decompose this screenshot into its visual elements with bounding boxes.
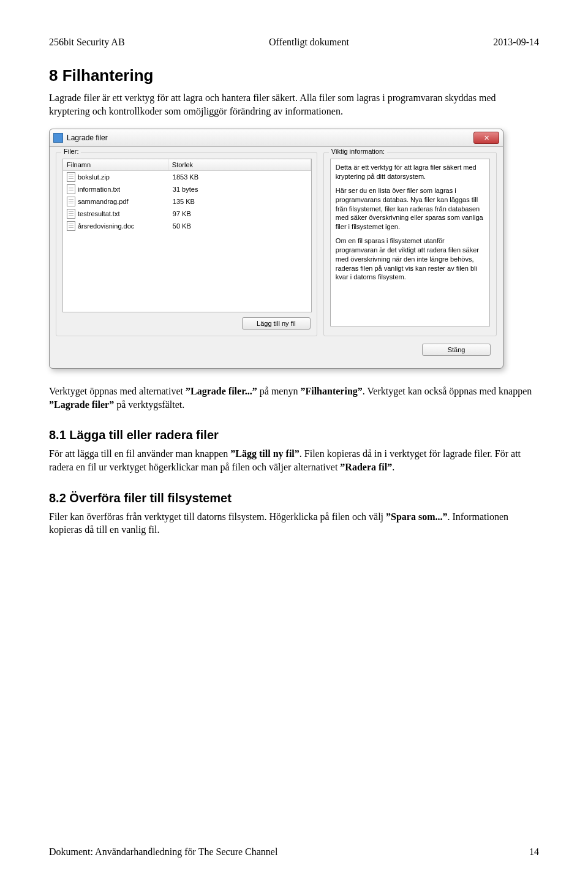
table-row[interactable]: information.txt31 bytes <box>63 183 311 195</box>
file-name-cell: information.txt <box>63 184 169 195</box>
file-icon <box>67 172 75 182</box>
heading-8-1: 8.1 Lägga till eller radera filer <box>49 428 539 442</box>
info-text: Detta är ett verktyg för att lagra filer… <box>330 159 490 326</box>
section-8-1-text: För att lägga till en fil använder man k… <box>49 447 539 473</box>
app-icon <box>53 133 63 143</box>
info-group-label: Viktig information: <box>329 148 387 155</box>
footer-left: Dokument: Användarhandledning för The Se… <box>49 846 277 858</box>
doc-header: 256bit Security AB Offentligt dokument 2… <box>49 37 539 48</box>
file-list[interactable]: Filnamn Storlek bokslut.zip1853 KBinform… <box>62 159 312 312</box>
header-right: 2013-09-14 <box>493 37 539 48</box>
table-row[interactable]: testresultat.txt97 KB <box>63 208 311 220</box>
add-file-button[interactable]: Lägg till ny fil <box>242 317 311 330</box>
dialog-close-button[interactable]: Stäng <box>422 344 491 356</box>
header-left: 256bit Security AB <box>49 37 125 48</box>
dialog-titlebar: Lagrade filer ✕ <box>50 129 503 147</box>
file-list-header: Filnamn Storlek <box>63 159 311 171</box>
header-center: Offentligt dokument <box>269 37 349 48</box>
file-size-cell: 1853 KB <box>169 172 311 183</box>
file-name-cell: testresultat.txt <box>63 208 169 219</box>
table-row[interactable]: årsredovisning.doc50 KB <box>63 220 311 232</box>
file-icon <box>67 209 75 219</box>
file-icon <box>67 197 75 206</box>
footer-page-number: 14 <box>529 846 539 858</box>
heading-8: 8 Filhantering <box>49 66 539 85</box>
file-name-cell: sammandrag.pdf <box>63 196 169 207</box>
col-filename[interactable]: Filnamn <box>63 159 168 170</box>
info-p1: Detta är ett verktyg för att lagra filer… <box>336 163 484 181</box>
file-size-cell: 97 KB <box>169 208 311 219</box>
open-instructions: Verktyget öppnas med alternativet ”Lagra… <box>49 385 539 411</box>
files-group-label: Filer: <box>61 148 81 155</box>
info-p2: Här ser du en lista över filer som lagra… <box>336 186 484 232</box>
files-group: Filer: Filnamn Storlek bokslut.zip1853 K… <box>56 152 317 336</box>
col-size[interactable]: Storlek <box>168 159 311 170</box>
file-size-cell: 50 KB <box>169 221 311 232</box>
section-8-2-text: Filer kan överföras från verktyget till … <box>49 510 539 537</box>
file-icon <box>67 221 75 231</box>
table-row[interactable]: sammandrag.pdf135 KB <box>63 195 311 208</box>
file-name-cell: bokslut.zip <box>63 172 169 183</box>
file-size-cell: 135 KB <box>169 196 311 207</box>
table-row[interactable]: bokslut.zip1853 KB <box>63 171 311 183</box>
heading-8-2: 8.2 Överföra filer till filsystemet <box>49 491 539 505</box>
dialog-title: Lagrade filer <box>67 134 473 142</box>
doc-footer: Dokument: Användarhandledning för The Se… <box>49 846 539 858</box>
intro-paragraph: Lagrade filer är ett verktyg för att lag… <box>49 91 539 118</box>
file-icon <box>67 184 75 194</box>
stored-files-dialog: Lagrade filer ✕ Filer: Filnamn Storlek b… <box>49 129 503 369</box>
file-name-cell: årsredovisning.doc <box>63 221 169 232</box>
info-group: Viktig information: Detta är ett verktyg… <box>323 152 497 336</box>
file-size-cell: 31 bytes <box>169 184 311 195</box>
window-close-button[interactable]: ✕ <box>473 132 499 144</box>
info-p3: Om en fil sparas i filsystemet utanför p… <box>336 236 484 282</box>
